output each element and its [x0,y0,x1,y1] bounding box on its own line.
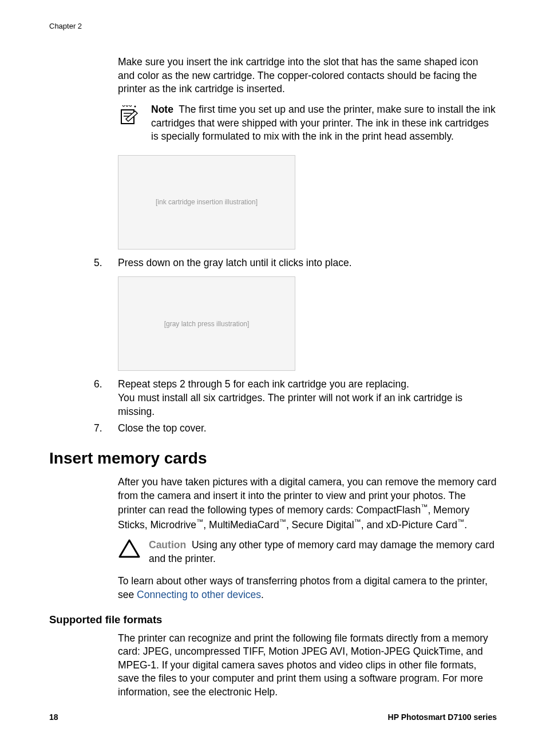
formats-paragraph: The printer can recognize and print the … [118,632,497,699]
transfer-paragraph: To learn about other ways of transferrin… [118,575,497,601]
step-6-number: 6. [94,378,105,418]
memory-intro-p6: . [464,518,467,530]
step-6-line1: Repeat steps 2 through 5 for each ink ca… [118,378,409,390]
note-body: The first time you set up and use the pr… [151,104,496,142]
memory-intro-p3: , MultiMediaCard [203,518,279,530]
intro-paragraph: Make sure you insert the ink cartridge i… [118,56,497,96]
memory-intro-p4: , Secure Digital [286,518,354,530]
step-5-text: Press down on the gray latch until it cl… [118,256,497,270]
page-number: 18 [49,713,58,722]
step-7-text: Close the top cover. [118,422,497,436]
page-footer: 18 HP Photosmart D7100 series [49,713,497,722]
caution-body: Using any other type of memory card may … [149,539,494,564]
product-name: HP Photosmart D7100 series [388,713,497,722]
figure-cartridge-insert: [ink cartridge insertion illustration] [118,155,295,250]
note-text: Note The first time you set up and use t… [151,103,497,144]
transfer-post: . [261,589,264,600]
note-icon [118,103,141,144]
caution-block: Caution Using any other type of memory c… [118,539,497,565]
step-7-number: 7. [94,422,105,436]
chapter-header: Chapter 2 [49,22,497,30]
heading-supported-formats: Supported file formats [49,613,497,626]
step-6-text: Repeat steps 2 through 5 for each ink ca… [118,378,497,418]
memory-intro: After you have taken pictures with a dig… [118,476,497,532]
note-label: Note [151,104,173,115]
caution-icon [118,539,141,565]
caution-label: Caution [149,539,186,551]
figure-latch-press: [gray latch press illustration] [118,276,295,371]
link-connecting-devices[interactable]: Connecting to other devices [137,589,261,600]
heading-insert-memory-cards: Insert memory cards [49,449,497,468]
memory-intro-p5: , and xD-Picture Card [361,518,457,530]
step-6-line2: You must install all six cartridges. The… [118,392,462,417]
caution-text: Caution Using any other type of memory c… [149,539,497,565]
step-5-number: 5. [94,256,105,270]
svg-point-3 [134,105,136,107]
note-block: Note The first time you set up and use t… [118,103,497,144]
